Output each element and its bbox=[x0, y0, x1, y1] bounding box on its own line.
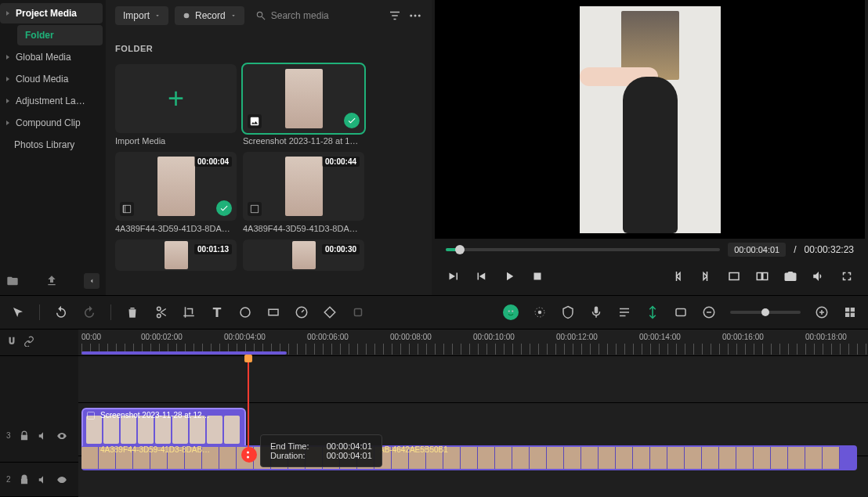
svg-point-3 bbox=[418, 15, 421, 17]
ai-portrait-icon[interactable] bbox=[503, 304, 519, 320]
prev-frame-icon[interactable] bbox=[446, 269, 460, 283]
export-icon[interactable] bbox=[45, 275, 58, 287]
svg-rect-10 bbox=[355, 309, 362, 316]
media-thumb[interactable]: 00:01:13 bbox=[115, 239, 237, 271]
sidebar-child-folder[interactable]: Folder bbox=[17, 25, 103, 45]
step-back-icon[interactable] bbox=[474, 269, 488, 283]
marker-icon[interactable] bbox=[646, 305, 660, 319]
render-icon[interactable] bbox=[674, 305, 688, 319]
ruler-tick: 00:00 bbox=[81, 333, 101, 341]
crop-icon[interactable] bbox=[182, 305, 196, 319]
media-name: Screenshot 2023-11-28 at 1… bbox=[243, 136, 364, 146]
mic-icon[interactable] bbox=[589, 305, 603, 319]
split-icon[interactable] bbox=[154, 305, 168, 319]
media-thumb[interactable] bbox=[243, 64, 364, 133]
sidebar-item-photos-library[interactable]: Photos Library bbox=[0, 135, 103, 155]
svg-rect-6 bbox=[763, 273, 768, 280]
tooltip-dur-value: 00:00:04:01 bbox=[327, 451, 372, 460]
snapshot-icon[interactable] bbox=[783, 269, 797, 283]
tooltip-end-label: End Time: bbox=[270, 441, 309, 451]
scrubber[interactable] bbox=[446, 248, 720, 251]
track-head[interactable]: 3 bbox=[0, 409, 78, 463]
import-media-slot[interactable]: + bbox=[115, 64, 237, 133]
cursor-tool-icon[interactable] bbox=[11, 305, 25, 319]
current-time[interactable]: 00:00:04:01 bbox=[728, 243, 786, 257]
cut-marker-icon[interactable] bbox=[241, 447, 257, 463]
aspect-icon[interactable] bbox=[727, 269, 741, 283]
svg-rect-18 bbox=[845, 308, 849, 312]
lock-icon[interactable] bbox=[19, 430, 30, 441]
zoom-in-icon[interactable] bbox=[815, 305, 829, 319]
svg-point-2 bbox=[414, 15, 417, 17]
delete-icon[interactable] bbox=[125, 305, 139, 319]
sidebar-item-compound-clip[interactable]: Compound Clip bbox=[0, 113, 103, 133]
video-type-icon bbox=[248, 202, 262, 216]
visibility-icon[interactable] bbox=[56, 430, 67, 441]
lock-icon[interactable] bbox=[19, 474, 30, 485]
media-thumb[interactable]: 00:00:04 bbox=[115, 152, 237, 221]
zoom-out-icon[interactable] bbox=[702, 305, 716, 319]
list-icon[interactable] bbox=[617, 305, 631, 319]
collapse-sidebar-button[interactable] bbox=[84, 273, 99, 289]
sidebar-item-global-media[interactable]: Global Media bbox=[0, 47, 103, 67]
link-icon[interactable] bbox=[24, 336, 34, 347]
play-icon[interactable] bbox=[502, 269, 516, 283]
media-name: 4A389F44-3D59-41D3-8DA… bbox=[243, 224, 364, 233]
tracks-area[interactable]: 00:00 00:00:02:00 00:00:04:00 00:00:06:0… bbox=[78, 330, 868, 497]
more-icon[interactable] bbox=[408, 9, 422, 23]
media-thumb[interactable]: 00:00:44 bbox=[243, 152, 364, 221]
time-ruler[interactable]: 00:00 00:00:02:00 00:00:04:00 00:00:06:0… bbox=[78, 330, 868, 356]
volume-icon[interactable] bbox=[812, 269, 826, 283]
sidebar-item-cloud-media[interactable]: Cloud Media bbox=[0, 69, 103, 89]
sidebar-item-project-media[interactable]: Project Media bbox=[0, 3, 103, 23]
transition-icon[interactable] bbox=[266, 305, 280, 319]
clip-label: 4A389F44-3D59-41D3-8DAB… bbox=[100, 445, 210, 454]
ruler-tick: 00:00:04:00 bbox=[224, 333, 266, 341]
tag-icon[interactable] bbox=[323, 305, 337, 319]
track-head[interactable]: 2 bbox=[0, 463, 78, 497]
layout-icon[interactable] bbox=[843, 305, 857, 319]
search-input[interactable]: Search media bbox=[251, 10, 382, 21]
svg-rect-22 bbox=[88, 412, 95, 420]
plus-icon: + bbox=[168, 82, 184, 115]
shield-icon[interactable] bbox=[561, 305, 575, 319]
fullscreen-icon[interactable] bbox=[840, 269, 854, 283]
ruler-tick: 00:00:06:00 bbox=[307, 333, 349, 341]
media-thumb[interactable]: 00:00:30 bbox=[243, 239, 364, 271]
magnet-icon[interactable] bbox=[6, 336, 17, 347]
svg-point-12 bbox=[512, 310, 513, 312]
mute-icon[interactable] bbox=[38, 430, 49, 441]
duration-badge: 00:00:04 bbox=[194, 157, 232, 167]
compare-icon[interactable] bbox=[755, 269, 769, 283]
mark-out-icon[interactable] bbox=[699, 269, 713, 283]
sidebar-item-adjustment-layer[interactable]: Adjustment La… bbox=[0, 91, 103, 111]
track-number: 2 bbox=[6, 475, 11, 484]
total-time: 00:00:32:23 bbox=[805, 244, 854, 255]
used-check-icon bbox=[216, 200, 232, 216]
keyframe-icon[interactable] bbox=[351, 305, 365, 319]
filter-icon[interactable] bbox=[388, 9, 402, 23]
speed-icon[interactable] bbox=[295, 305, 309, 319]
mark-in-icon[interactable] bbox=[671, 269, 685, 283]
zoom-slider[interactable] bbox=[730, 311, 801, 314]
tooltip-end-value: 00:00:04:01 bbox=[327, 441, 372, 451]
new-folder-icon[interactable] bbox=[6, 275, 19, 287]
undo-icon[interactable] bbox=[54, 305, 68, 319]
record-button[interactable]: Record bbox=[175, 6, 244, 25]
timeline-clip[interactable]: 4A389F44-3D59-41D3-8DAB… AB-4642AE5B50B1 bbox=[81, 445, 857, 470]
svg-point-1 bbox=[410, 15, 412, 17]
mute-icon[interactable] bbox=[38, 474, 49, 485]
expand-icon bbox=[6, 77, 11, 81]
import-button[interactable]: Import bbox=[115, 6, 168, 25]
effects-icon[interactable] bbox=[533, 305, 547, 319]
playhead[interactable] bbox=[248, 356, 249, 456]
ruler-tick: 00:00:10:00 bbox=[473, 333, 515, 341]
svg-point-0 bbox=[184, 13, 190, 19]
clip-label: AB-4642AE5B50B1 bbox=[379, 445, 448, 454]
visibility-icon[interactable] bbox=[56, 474, 67, 485]
redo-icon[interactable] bbox=[82, 305, 96, 319]
color-icon[interactable] bbox=[238, 305, 252, 319]
text-icon[interactable] bbox=[210, 305, 224, 319]
stop-icon[interactable] bbox=[530, 269, 544, 283]
viewer[interactable] bbox=[435, 0, 865, 239]
